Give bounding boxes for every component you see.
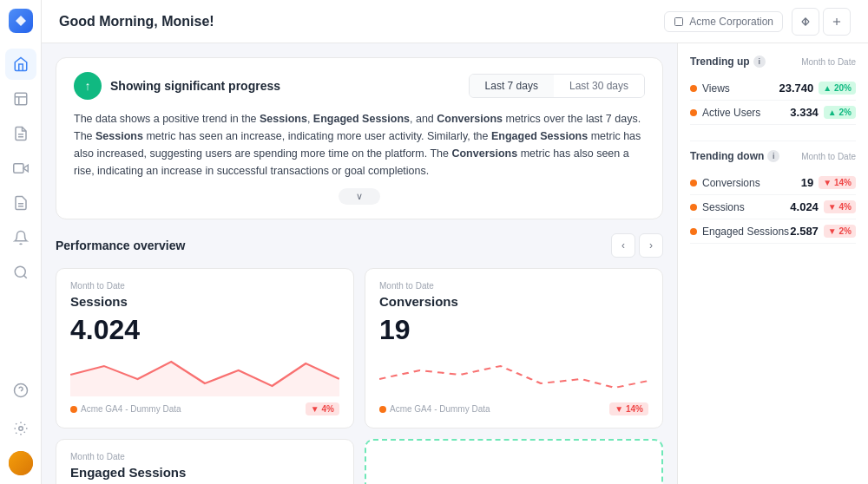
- conversions-card-footer: Acme GA4 - Dummy Data ▼ 14%: [379, 402, 648, 415]
- sidebar-item-analytics[interactable]: [5, 83, 36, 114]
- trending-down-title: Trending down i: [690, 150, 779, 162]
- company-badge: Acme Corporation: [664, 11, 783, 32]
- svg-rect-0: [15, 93, 27, 105]
- views-label: Views: [690, 82, 730, 95]
- sessions-trend-row: Sessions 4.024 ▼ 4%: [690, 195, 856, 219]
- views-row: Views 23.740 ▲ 20%: [690, 76, 856, 101]
- performance-nav: ‹ ›: [611, 233, 663, 258]
- add-metric-card[interactable]: +: [365, 439, 663, 484]
- conversions-trend-value-group: 19 ▼ 14%: [801, 176, 856, 189]
- header: Good Morning, Monise! Acme Corporation: [42, 0, 868, 43]
- views-value-group: 23.740 ▲ 20%: [779, 82, 856, 95]
- engaged-trend-label: Engaged Sessions: [690, 226, 789, 238]
- sidebar-item-notifications[interactable]: [5, 222, 36, 253]
- engaged-trend-row: Engaged Sessions 2.587 ▼ 2%: [690, 219, 856, 244]
- engaged-sessions-name: Engaged Sessions: [70, 465, 339, 480]
- performance-title: Performance overview: [56, 239, 185, 252]
- engaged-trend-value: 2.587: [790, 225, 819, 238]
- svg-rect-6: [13, 164, 23, 173]
- sessions-card: Month to Date Sessions 4.024 Acme GA4 - …: [56, 268, 354, 428]
- svg-marker-5: [23, 165, 28, 172]
- panel-divider: [690, 141, 856, 141]
- sidebar-item-settings[interactable]: [5, 413, 36, 444]
- date-tab-7days[interactable]: Last 7 days: [470, 75, 554, 97]
- conversions-card-label: Month to Date: [379, 281, 648, 291]
- active-users-label: Active Users: [690, 107, 760, 119]
- conversions-dot: [379, 406, 386, 413]
- prev-button[interactable]: ‹: [611, 233, 635, 258]
- sessions-card-name: Sessions: [70, 294, 339, 309]
- active-users-dot: [690, 109, 697, 116]
- trending-down-label: Month to Date: [801, 152, 856, 161]
- sessions-trend-dot: [690, 204, 697, 211]
- date-tabs: Last 7 days Last 30 days: [469, 74, 645, 98]
- insight-title: Showing significant progress: [110, 79, 280, 93]
- conversions-card-name: Conversions: [379, 294, 648, 309]
- engaged-sessions-card: Month to Date Engaged Sessions 2.587 Acm…: [56, 439, 354, 484]
- conversions-trend-badge: ▼ 14%: [819, 176, 856, 189]
- sort-button[interactable]: [792, 8, 819, 36]
- company-name: Acme Corporation: [689, 16, 773, 28]
- engaged-trend-dot: [690, 228, 697, 235]
- svg-point-9: [15, 266, 25, 277]
- views-badge: ▲ 20%: [819, 82, 856, 95]
- trending-down-header: Trending down i Month to Date: [690, 150, 856, 162]
- sessions-trend-value-group: 4.024 ▼ 4%: [790, 200, 856, 213]
- performance-header: Performance overview ‹ ›: [56, 233, 663, 258]
- insight-card: ↑ Showing significant progress Last 7 da…: [56, 57, 663, 219]
- sidebar: [0, 0, 42, 484]
- trending-down-section: Trending down i Month to Date Conversion…: [690, 150, 856, 244]
- insight-text: The data shows a positive trend in the S…: [74, 110, 645, 180]
- page-title: Good Morning, Monise!: [59, 14, 214, 29]
- sidebar-item-search[interactable]: [5, 257, 36, 288]
- engaged-sessions-label: Month to Date: [70, 452, 339, 461]
- trending-up-header: Trending up i Month to Date: [690, 56, 856, 68]
- sessions-sparkline: [70, 353, 339, 396]
- active-users-row: Active Users 3.334 ▲ 2%: [690, 101, 856, 125]
- app-logo[interactable]: [9, 9, 33, 33]
- sidebar-bottom: [5, 375, 36, 475]
- trending-up-info[interactable]: i: [753, 56, 766, 68]
- main-content: Good Morning, Monise! Acme Corporation: [42, 0, 868, 484]
- next-button[interactable]: ›: [639, 233, 663, 258]
- trending-up-title: Trending up i: [690, 56, 766, 68]
- views-dot: [690, 85, 697, 92]
- engaged-trend-value-group: 2.587 ▼ 2%: [790, 225, 856, 238]
- active-users-value: 3.334: [790, 106, 819, 119]
- trending-down-info[interactable]: i: [767, 150, 779, 162]
- sidebar-item-campaigns[interactable]: [5, 187, 36, 219]
- sessions-card-label: Month to Date: [70, 281, 339, 291]
- sessions-trend-badge: ▼ 4%: [824, 200, 856, 213]
- sessions-badge: ▼ 4%: [306, 402, 339, 415]
- progress-icon: ↑: [74, 72, 102, 100]
- sidebar-item-home[interactable]: [5, 49, 36, 80]
- right-panel: Trending up i Month to Date Views 23.740…: [677, 43, 868, 484]
- conversions-sparkline: [379, 353, 648, 396]
- sessions-trend-label: Sessions: [690, 201, 745, 213]
- performance-overview: Performance overview ‹ › Month to Date S…: [56, 233, 663, 484]
- conversions-trend-row: Conversions 19 ▼ 14%: [690, 171, 856, 195]
- conversions-card: Month to Date Conversions 19 Acme GA4 - …: [365, 268, 663, 428]
- center-area: ↑ Showing significant progress Last 7 da…: [42, 43, 677, 484]
- insight-header: ↑ Showing significant progress Last 7 da…: [74, 72, 645, 100]
- avatar[interactable]: [9, 451, 33, 475]
- header-right: Acme Corporation: [664, 8, 851, 36]
- conversions-source: Acme GA4 - Dummy Data: [379, 404, 490, 414]
- sidebar-item-help[interactable]: [5, 375, 36, 406]
- conversions-card-value: 19: [379, 314, 648, 346]
- date-tab-30days[interactable]: Last 30 days: [554, 75, 644, 97]
- expand-button[interactable]: ∨: [339, 188, 380, 205]
- page-body: ↑ Showing significant progress Last 7 da…: [42, 43, 868, 484]
- trending-up-label: Month to Date: [801, 57, 856, 67]
- active-users-badge: ▲ 2%: [824, 106, 856, 119]
- sidebar-item-video[interactable]: [5, 153, 36, 184]
- sidebar-item-reports[interactable]: [5, 118, 36, 149]
- active-users-value-group: 3.334 ▲ 2%: [790, 106, 856, 119]
- engaged-trend-badge: ▼ 2%: [824, 225, 856, 238]
- conversions-trend-label: Conversions: [690, 177, 760, 189]
- add-button[interactable]: [823, 8, 851, 36]
- svg-point-13: [18, 427, 23, 431]
- source-dot: [70, 406, 77, 413]
- views-value: 23.740: [779, 82, 814, 95]
- header-actions: [792, 8, 851, 36]
